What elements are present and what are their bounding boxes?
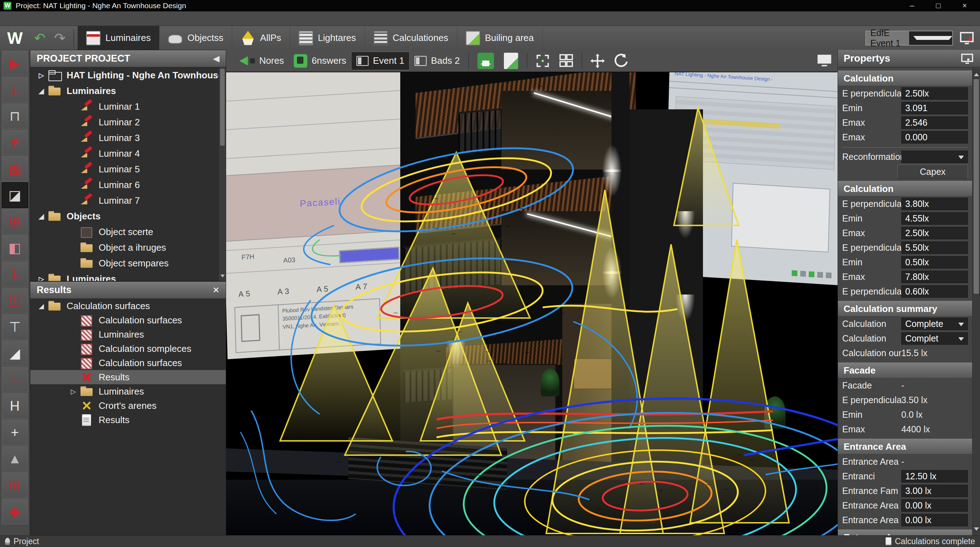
tool-button[interactable]: ▶ bbox=[2, 51, 28, 76]
tool-button[interactable]: ◰ bbox=[2, 288, 28, 313]
maximize-button[interactable]: □ bbox=[933, 0, 944, 11]
results-tree-row[interactable]: Luminaires bbox=[30, 327, 226, 342]
tool-button[interactable]: ◢ bbox=[2, 340, 28, 366]
property-row[interactable]: Emax 0.000 0.000 bbox=[838, 130, 972, 145]
property-row[interactable]: Calculation oum 15.5 lx 15.5 lx bbox=[838, 346, 972, 360]
property-row[interactable]: Calculation Complete Complete bbox=[838, 316, 972, 331]
property-value[interactable]: 0.00 lx bbox=[901, 514, 968, 526]
property-row[interactable]: Emin 0.0 lx 0.0 lx bbox=[838, 407, 972, 422]
property-value[interactable]: 4.55lx bbox=[901, 212, 968, 225]
property-row[interactable]: Entrance Fam 3.00 lx 3.00 lx bbox=[838, 483, 972, 498]
export-view-button[interactable] bbox=[499, 52, 523, 70]
ribbon-tab[interactable]: Calculationes bbox=[365, 26, 457, 50]
minimize-button[interactable]: – bbox=[907, 0, 917, 11]
project-tree-row[interactable]: Luminar 4 bbox=[30, 146, 219, 161]
tool-button[interactable]: ◪ bbox=[2, 182, 28, 208]
results-tree-row[interactable]: Calculation surfaces bbox=[30, 313, 226, 327]
property-value[interactable]: 3.80lx bbox=[901, 198, 968, 210]
project-tree-row[interactable]: Luminar 2 bbox=[30, 114, 219, 130]
project-tree-row[interactable]: Object sempares bbox=[30, 255, 219, 271]
tool-button[interactable]: ▼ bbox=[2, 130, 28, 155]
property-row[interactable]: Emax 7.80lx 7.80lx bbox=[838, 270, 972, 284]
scene-select-dropdown[interactable]: EdfE Event 1 bbox=[865, 31, 953, 46]
results-tree-row[interactable]: Calculation sompleces bbox=[30, 342, 226, 356]
property-row[interactable]: Emax 2.50lx 2.50lx bbox=[838, 226, 972, 240]
ribbon-tab[interactable]: AllPs bbox=[232, 26, 290, 50]
fit-view-icon[interactable] bbox=[535, 53, 551, 69]
home-view-button[interactable] bbox=[473, 52, 499, 70]
tool-button[interactable]: ◆ bbox=[2, 499, 28, 524]
viewport[interactable]: Nores 6nswers Event 1 Bads 2 bbox=[226, 50, 838, 535]
tool-button[interactable]: ◧ bbox=[2, 235, 28, 261]
display-settings-icon[interactable] bbox=[959, 30, 975, 46]
tool-button[interactable]: ▲ bbox=[2, 446, 28, 472]
section-header[interactable]: Calculation bbox=[838, 70, 972, 86]
property-row[interactable]: Emin 0.50lx 0.50lx bbox=[838, 255, 972, 270]
property-value[interactable]: - bbox=[901, 380, 968, 391]
property-row[interactable]: Entrance Area 0.00 lx 0.00 lx bbox=[838, 498, 972, 513]
tool-button[interactable]: ⊥ bbox=[2, 77, 28, 103]
close-icon[interactable]: ✕ bbox=[213, 286, 220, 295]
tool-button[interactable]: ⊞ bbox=[2, 472, 28, 498]
property-value[interactable]: 0.000 bbox=[901, 131, 968, 143]
project-tree-row[interactable]: ▷ Luminaires bbox=[30, 271, 219, 281]
property-value[interactable]: Complet bbox=[901, 332, 968, 345]
collapse-panel-icon[interactable]: ◀ bbox=[213, 54, 220, 64]
results-tree-row[interactable]: ▷ Luminaires bbox=[30, 384, 226, 399]
tree-expand-icon[interactable]: ▷ bbox=[35, 275, 48, 281]
undo-button[interactable]: ↶ bbox=[30, 26, 50, 50]
ribbon-tab[interactable]: Objectss bbox=[159, 26, 232, 50]
answers-button[interactable]: 6nswers bbox=[289, 52, 351, 70]
property-value[interactable]: 0.60lx bbox=[901, 285, 968, 298]
section-header[interactable]: Calculation summary bbox=[838, 301, 972, 316]
rotate-view-icon[interactable] bbox=[613, 53, 629, 69]
ribbon-tab[interactable]: Luminaires bbox=[78, 26, 159, 50]
property-value[interactable]: 5.50lx bbox=[901, 242, 968, 254]
property-value[interactable]: 0.50lx bbox=[901, 256, 968, 269]
property-row[interactable]: E perpendicular 2.50lx 2.50lx bbox=[838, 86, 972, 101]
results-tree-row[interactable]: Crort's arenes bbox=[30, 399, 226, 413]
property-value[interactable]: 4400 lx bbox=[901, 424, 968, 434]
ribbon-tab[interactable]: Builing area bbox=[457, 26, 543, 50]
tree-expand-icon[interactable]: ◢ bbox=[35, 302, 48, 310]
tree-expand-icon[interactable]: ◢ bbox=[35, 212, 48, 221]
redo-button[interactable]: ↷ bbox=[50, 26, 70, 50]
property-value[interactable]: 2.50lx bbox=[901, 87, 968, 100]
back-button[interactable]: Nores bbox=[230, 52, 289, 70]
tool-button[interactable]: H bbox=[2, 393, 28, 419]
view-tab[interactable]: Bads 2 bbox=[409, 52, 465, 70]
property-value[interactable]: 7.80lx bbox=[901, 271, 968, 283]
property-row[interactable]: Capex Capex bbox=[838, 164, 972, 179]
properties-scrollbar[interactable] bbox=[972, 68, 980, 535]
tree-expand-icon[interactable]: ▷ bbox=[35, 71, 48, 80]
property-row[interactable]: E perpendicular 5.50lx 5.50lx bbox=[838, 240, 972, 255]
close-button[interactable]: × bbox=[959, 0, 970, 11]
property-value[interactable]: 15.5 lx bbox=[901, 348, 968, 358]
project-tree-row[interactable]: Luminar 6 bbox=[30, 177, 219, 192]
property-row[interactable]: E perpendicular 3.80lx 3.80lx bbox=[838, 197, 972, 211]
property-row[interactable] bbox=[838, 145, 972, 149]
view-tab[interactable]: Event 1 bbox=[351, 52, 409, 70]
results-tree-row[interactable]: ◢ Calculation surfaces bbox=[30, 299, 226, 313]
tool-button[interactable]: ▩ bbox=[2, 156, 28, 181]
property-row[interactable]: E perpendicular 0.60lx 0.60lx bbox=[838, 284, 972, 299]
property-value[interactable]: 2.50lx bbox=[901, 227, 968, 239]
section-header[interactable]: Entrance Area bbox=[838, 530, 972, 535]
property-value[interactable] bbox=[901, 151, 968, 163]
tool-button[interactable]: + bbox=[2, 420, 28, 445]
tool-button[interactable]: ↧ bbox=[2, 261, 28, 287]
tree-expand-icon[interactable]: ▷ bbox=[67, 388, 80, 396]
capex-button[interactable]: Capex bbox=[897, 165, 968, 179]
property-row[interactable]: Entrance Area 0.00 lx 0.00 lx bbox=[838, 513, 972, 528]
project-tree-row[interactable]: Luminar 5 bbox=[30, 161, 219, 177]
property-value[interactable]: 3.00 lx bbox=[901, 485, 968, 497]
tree-expand-icon[interactable]: ◢ bbox=[35, 87, 48, 95]
ribbon-tab[interactable]: Lightares bbox=[290, 26, 365, 50]
property-row[interactable]: Emax 2.546 2.546 bbox=[838, 115, 972, 130]
arrange-windows-icon[interactable] bbox=[558, 53, 574, 69]
property-row[interactable]: Entrance Area - - bbox=[838, 455, 972, 469]
property-value[interactable]: 3.50 lx bbox=[901, 395, 968, 405]
monitor-lock-icon[interactable] bbox=[960, 51, 974, 65]
project-tree-row[interactable]: ◢ Luminaires bbox=[30, 83, 219, 99]
property-row[interactable]: Reconformation: bbox=[838, 149, 972, 164]
